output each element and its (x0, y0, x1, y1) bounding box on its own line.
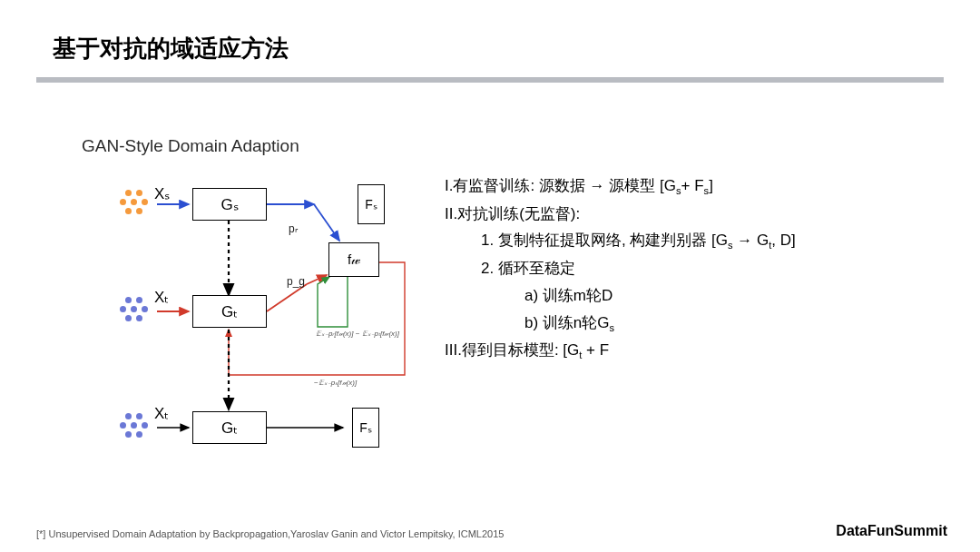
source-data-cluster-icon (116, 188, 149, 221)
footnote: [*] Unsupervised Domain Adaptation by Ba… (36, 528, 504, 539)
target-data-cluster2-icon (116, 411, 149, 444)
desc-step-1: I.有监督训练: 源数据 → 源模型 [Gs+ Fs] (445, 172, 962, 201)
fw-box: f𝓌 (328, 242, 379, 277)
desc-step-2: II.对抗训练(无监督): (445, 201, 962, 228)
xs-label: Xₛ (154, 184, 170, 203)
loss-neg-formula: −𝔼ₓ₋pₛ[f𝓌(x)] (314, 379, 357, 388)
title-rule (36, 77, 944, 83)
fs-box: Fₛ (358, 184, 385, 224)
target-data-cluster-icon (116, 295, 149, 328)
svg-line-2 (314, 204, 339, 241)
loss-pos-formula: 𝔼ₓ₋pᵣ[f𝓌(x)] − 𝔼ₓ₋pₜ[f𝓌(x)] (316, 330, 416, 339)
gt2-box: Gₜ (192, 411, 267, 444)
fs2-box: Fₛ (352, 408, 379, 448)
diagram-subtitle: GAN-Style Domain Adaption (82, 136, 299, 156)
desc-step-3: III.得到目标模型: [Gt + F (445, 337, 962, 365)
description-list: I.有监督训练: 源数据 → 源模型 [Gs+ Fs] II.对抗训练(无监督)… (445, 172, 962, 365)
pr-label: pᵣ (289, 222, 298, 235)
desc-step-2-1: 1. 复制特征提取网络, 构建判别器 [Gs → Gt, D] (445, 227, 962, 255)
gs-box: Gₛ (192, 188, 267, 221)
svg-line-5 (267, 284, 307, 311)
brand-label: DataFunSummit (836, 523, 947, 539)
pg-label: p_g (287, 275, 305, 288)
svg-line-6 (307, 275, 327, 284)
desc-step-2-2: 2. 循环至稳定 (445, 255, 962, 282)
page-title: 基于对抗的域适应方法 (53, 33, 289, 64)
xt2-label: Xₜ (154, 404, 169, 423)
gan-diagram: Xₛ Xₜ Xₜ Gₛ Gₜ Gₜ Fₛ f𝓌 Fₛ pᵣ p_g 𝔼ₓ₋pᵣ[… (71, 168, 420, 477)
gt-box: Gₜ (192, 295, 267, 328)
desc-step-2-2b: b) 训练n轮Gs (445, 310, 962, 338)
desc-step-2-2a: a) 训练m轮D (445, 282, 962, 310)
xt-label: Xₜ (154, 288, 169, 307)
